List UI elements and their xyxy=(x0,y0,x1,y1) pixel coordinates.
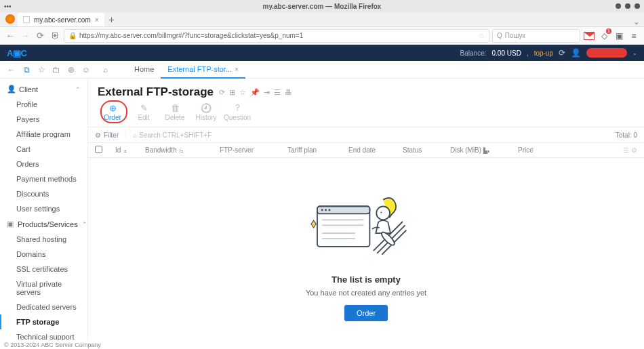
tree-icon[interactable]: ⧉ xyxy=(20,64,33,76)
tab-favicon xyxy=(23,16,30,23)
col-disk[interactable]: Disk (MiB) ▙₃ xyxy=(446,146,514,154)
gmail-extension-icon[interactable] xyxy=(583,30,595,42)
window-title: my.abc-server.com — Mozilla Firefox xyxy=(263,3,382,10)
close-icon[interactable]: × xyxy=(95,16,99,24)
grid-icon[interactable]: ⊞ xyxy=(229,88,235,97)
app-logo[interactable]: A▣C xyxy=(7,48,26,58)
filter-icon: ⚙ xyxy=(95,131,101,139)
sidebar-item-cart[interactable]: Cart xyxy=(0,142,87,157)
filter-search-input[interactable]: ⌕ Search CTRL+SHIFT+F xyxy=(125,131,616,139)
browser-search-input[interactable]: Q Пошук xyxy=(492,29,580,43)
trash-icon: 🗑 xyxy=(171,103,180,112)
url-bar: ← → ⟳ ⛨ 🔒 https://my.abc-server.com/bill… xyxy=(0,27,644,45)
extensions-icon[interactable]: ▣ xyxy=(613,30,625,42)
browser-tab[interactable]: my.abc-server.com × xyxy=(18,13,104,26)
col-id[interactable]: Id ↓↑₁ xyxy=(111,146,141,154)
col-ftp[interactable]: FTP-server xyxy=(216,146,283,154)
star-outline-icon[interactable]: ☆ xyxy=(239,88,246,97)
pencil-icon: ✎ xyxy=(140,103,148,112)
col-status[interactable]: Status xyxy=(399,146,446,154)
close-tab-icon[interactable]: × xyxy=(235,66,239,73)
back-icon[interactable]: ← xyxy=(5,64,18,76)
sidebar-item-discounts[interactable]: Discounts xyxy=(0,186,87,201)
menu-icon[interactable]: ≡ xyxy=(628,30,640,42)
print-icon[interactable]: 🖶 xyxy=(285,88,292,97)
sidebar-item-orders[interactable]: Orders xyxy=(0,157,87,171)
svg-point-2 xyxy=(321,209,323,211)
col-bandwidth[interactable]: Bandwidth ↕₂ xyxy=(141,146,216,154)
svg-point-3 xyxy=(325,209,327,211)
shield-icon[interactable]: ⛨ xyxy=(49,30,61,42)
smile-icon[interactable]: ☺ xyxy=(80,64,92,76)
new-tab-button[interactable]: + xyxy=(104,13,119,26)
reload-button[interactable]: ⟳ xyxy=(34,30,46,42)
history-action[interactable]: 🕘 History xyxy=(191,103,221,121)
notifications-icon[interactable]: 👤 xyxy=(571,48,581,58)
user-icon: 👤 xyxy=(7,85,15,94)
tab-external-ftp[interactable]: External FTP-stor...× xyxy=(161,61,245,79)
sidebar-item-vps[interactable]: Virtual private servers xyxy=(0,276,87,300)
empty-state: The list is empty You have not created a… xyxy=(88,158,644,340)
question-icon: ？ xyxy=(233,103,242,112)
tab-home[interactable]: Home xyxy=(127,61,161,79)
url-input[interactable]: 🔒 https://my.abc-server.com/billmgr#/?fu… xyxy=(64,29,489,43)
sidebar-item-ssl[interactable]: SSL certificates xyxy=(0,262,87,276)
briefcase-icon[interactable]: 🗀 xyxy=(50,64,62,76)
lock-icon: 🔒 xyxy=(68,32,77,39)
empty-title: The list is empty xyxy=(331,274,401,285)
order-action[interactable]: ⊕ Order xyxy=(98,103,127,121)
os-menu-dots[interactable]: ••• xyxy=(4,3,12,10)
sidebar-item-affiliate[interactable]: Affiliate program xyxy=(0,127,87,142)
copyright: © 2013-2024 ABC Server Company xyxy=(4,342,101,348)
svg-point-11 xyxy=(380,211,382,213)
user-menu[interactable] xyxy=(586,48,627,58)
star-icon[interactable]: ☆ xyxy=(35,64,47,76)
main-content: External FTP-storage ⟳ ⊞ ☆ 📌 ⇥ ☰ 🖶 ⊕ Ord… xyxy=(88,79,644,340)
chevron-down-icon[interactable]: ⌄ xyxy=(632,50,637,56)
sidebar-group-client[interactable]: 👤 Client ⌃ xyxy=(0,81,87,97)
sidebar-item-profile[interactable]: Profile xyxy=(0,97,87,112)
footer: © 2013-2024 ABC Server Company xyxy=(0,340,644,349)
sidebar: 👤 Client ⌃ Profile Payers Affiliate prog… xyxy=(0,79,88,340)
export-icon[interactable]: ⇥ xyxy=(264,88,270,97)
os-titlebar: ••• my.abc-server.com — Mozilla Firefox xyxy=(0,0,644,12)
sidebar-item-user-settings[interactable]: User settings xyxy=(0,201,87,216)
sidebar-item-payment-methods[interactable]: Payment methods xyxy=(0,171,87,186)
plus-circle-icon[interactable]: ⊕ xyxy=(65,64,77,76)
col-price[interactable]: Price xyxy=(514,146,621,154)
col-settings[interactable]: ☰ ⚙ xyxy=(621,146,637,154)
browser-chevron-icon[interactable]: ⌄ xyxy=(633,17,640,26)
filter-toggle[interactable]: ⚙ Filter xyxy=(95,131,119,139)
os-window-controls[interactable] xyxy=(616,3,640,9)
search-icon[interactable]: ⌕ xyxy=(99,64,111,76)
topup-link[interactable]: top-up xyxy=(534,49,553,57)
sidebar-item-domains[interactable]: Domains xyxy=(0,247,87,262)
forward-button[interactable]: → xyxy=(19,30,31,42)
bookmark-star-icon[interactable]: ☆ xyxy=(479,32,485,39)
question-action[interactable]: ？ Question xyxy=(222,103,252,121)
pocket-extension-icon[interactable]: ◇ xyxy=(598,30,610,42)
columns-icon[interactable]: ☰ xyxy=(274,88,281,97)
edit-action[interactable]: ✎ Edit xyxy=(129,103,159,121)
sidebar-item-payers[interactable]: Payers xyxy=(0,112,87,127)
select-all-checkbox[interactable] xyxy=(95,146,102,153)
balance-label: Balance: xyxy=(460,49,487,57)
col-end-date[interactable]: End date xyxy=(344,146,399,154)
reload-icon[interactable]: ⟳ xyxy=(219,88,225,97)
delete-action[interactable]: 🗑 Delete xyxy=(160,103,190,121)
balance-value: 0.00 USD xyxy=(492,49,521,57)
sidebar-item-shared-hosting[interactable]: Shared hosting xyxy=(0,232,87,247)
col-tariff[interactable]: Tariff plan xyxy=(283,146,344,154)
svg-point-4 xyxy=(329,209,331,211)
sidebar-item-ftp-storage[interactable]: FTP storage xyxy=(0,314,87,329)
empty-order-button[interactable]: Order xyxy=(344,305,388,321)
svg-point-10 xyxy=(376,207,390,220)
sidebar-item-support[interactable]: Technical support xyxy=(0,329,87,340)
back-button[interactable]: ← xyxy=(4,30,16,42)
sidebar-item-dedicated[interactable]: Dedicated servers xyxy=(0,300,87,314)
chevron-up-icon: ⌃ xyxy=(75,86,81,93)
refresh-icon[interactable]: ⟳ xyxy=(559,48,565,58)
sidebar-group-products[interactable]: ▣ Products/Services ⌃ xyxy=(0,216,87,232)
page-title: External FTP-storage xyxy=(98,85,214,99)
pin-icon[interactable]: 📌 xyxy=(250,88,260,97)
